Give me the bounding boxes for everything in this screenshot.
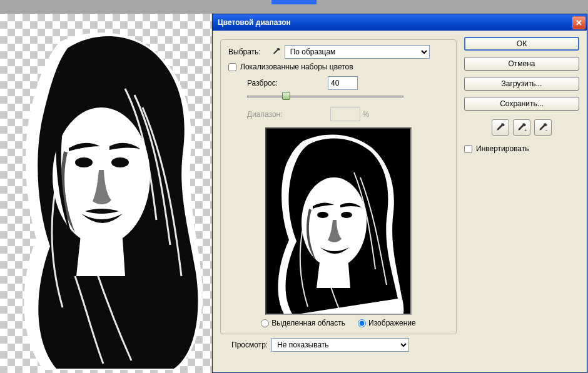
svg-text:-: - [545, 127, 547, 132]
selection-preview[interactable] [265, 127, 412, 315]
dialog-titlebar[interactable]: Цветовой диапазон ✕ [213, 14, 587, 31]
radio-image-wrap[interactable]: Изображение [358, 319, 416, 327]
invert-checkbox[interactable] [464, 145, 472, 153]
svg-point-1 [75, 157, 93, 167]
svg-point-5 [317, 212, 328, 218]
eyedropper-icon [272, 47, 281, 56]
close-button[interactable]: ✕ [572, 16, 585, 29]
select-label: Выбрать: [228, 47, 261, 56]
range-unit: % [363, 110, 370, 119]
fuzziness-slider[interactable] [247, 94, 403, 99]
dock-handle [271, 0, 317, 4]
localized-checkbox[interactable] [228, 63, 236, 71]
slider-thumb[interactable] [282, 92, 290, 100]
close-icon: ✕ [575, 18, 582, 27]
preview-artwork [266, 129, 412, 315]
eyedropper-minus-button[interactable]: - [534, 119, 552, 136]
save-button[interactable]: Сохранить... [464, 97, 579, 111]
fuzziness-label: Разброс: [247, 79, 278, 87]
radio-selection-label: Выделенная область [271, 319, 345, 327]
invert-label: Инвертировать [476, 144, 529, 153]
eyedropper-toolset: + - [464, 119, 579, 136]
range-label: Диапазон: [247, 110, 283, 119]
fuzziness-input[interactable] [328, 76, 358, 90]
radio-image[interactable] [358, 319, 366, 327]
preview-mode-label: Просмотр: [231, 341, 268, 349]
app-toolbar-strip [0, 0, 588, 14]
dialog-title: Цветовой диапазон [218, 18, 572, 27]
cancel-button[interactable]: Отмена [464, 57, 579, 71]
preview-mode-combo[interactable]: Не показывать [271, 338, 409, 352]
range-input-disabled [330, 107, 360, 121]
load-button[interactable]: Загрузить... [464, 77, 579, 91]
radio-selection[interactable] [261, 319, 269, 327]
radio-selection-wrap[interactable]: Выделенная область [261, 319, 345, 327]
document-canvas[interactable] [0, 14, 214, 373]
svg-text:+: + [524, 127, 527, 132]
radio-image-label: Изображение [368, 319, 416, 327]
canvas-artwork [0, 14, 214, 373]
color-range-dialog: Цветовой диапазон ✕ Выбрать: По образцам [212, 14, 587, 373]
select-group: Выбрать: По образцам Локализованные набо… [220, 39, 457, 334]
svg-point-6 [341, 212, 352, 218]
eyedropper-plus-icon: + [517, 122, 527, 132]
slider-rail [247, 96, 403, 97]
eyedropper-plus-button[interactable]: + [513, 119, 530, 136]
eyedropper-icon [495, 122, 505, 132]
select-combo[interactable]: По образцам [285, 45, 430, 59]
eyedropper-button[interactable] [492, 119, 509, 136]
localized-label: Локализованные наборы цветов [240, 62, 353, 71]
svg-point-2 [111, 157, 129, 167]
eyedropper-minus-icon: - [538, 122, 548, 132]
ok-button[interactable]: ОК [464, 37, 579, 51]
